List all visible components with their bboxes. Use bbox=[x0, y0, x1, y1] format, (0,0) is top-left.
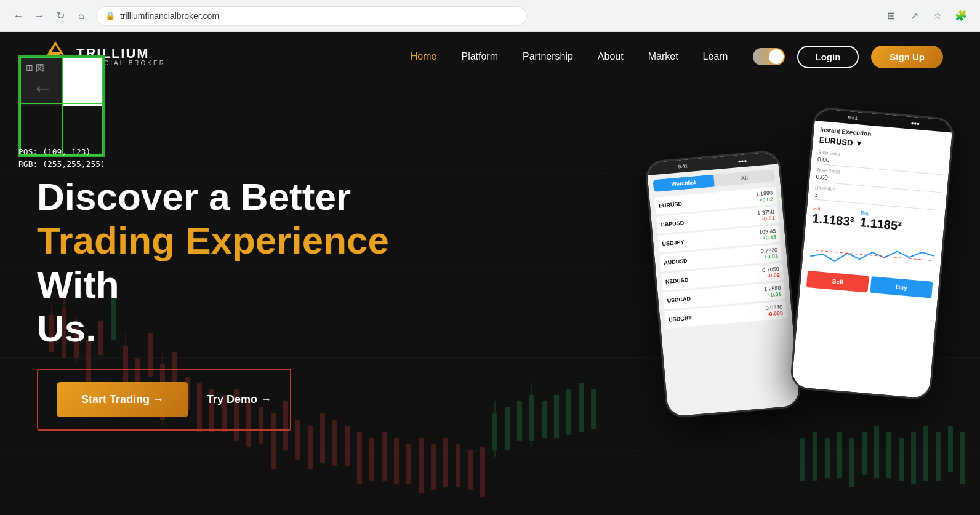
svg-rect-32 bbox=[369, 438, 374, 481]
translate-icon[interactable]: ⊞ bbox=[882, 7, 900, 25]
login-button[interactable]: Login bbox=[797, 46, 859, 68]
pair-prices: 109.45 +0.15 bbox=[759, 228, 777, 241]
share-icon[interactable]: ↗ bbox=[905, 7, 923, 25]
price-sell-block: Sell 1.1183³ bbox=[812, 206, 855, 229]
hero-buttons: Start Trading → Try Demo → bbox=[37, 369, 291, 431]
svg-rect-57 bbox=[800, 438, 805, 481]
forward-button[interactable]: → bbox=[31, 7, 48, 25]
pair-prices: 1.2580 +0.01 bbox=[764, 285, 782, 298]
nav-item-platform[interactable]: Platform bbox=[461, 51, 498, 62]
phone-signal: ●●● bbox=[737, 158, 747, 164]
position-info: POS: (109, 123) RGB: (255,255,255) bbox=[18, 146, 105, 170]
nav-link-market[interactable]: Market bbox=[648, 51, 678, 62]
nav-link-partnership[interactable]: Partnership bbox=[523, 51, 573, 62]
browser-nav-buttons: ← → ↻ ⌂ bbox=[10, 7, 90, 25]
pair-label: USDJPY bbox=[662, 239, 685, 247]
back-button[interactable]: ← bbox=[10, 7, 27, 25]
nav-link-platform[interactable]: Platform bbox=[461, 51, 498, 62]
nav-item-learn[interactable]: Learn bbox=[703, 51, 728, 62]
navbar: TRILLIUM FINANCIAL BROKER Home Platform … bbox=[0, 32, 980, 81]
hero-title-line3: Us. bbox=[37, 307, 96, 349]
bookmark-icon[interactable]: ☆ bbox=[928, 7, 947, 25]
theme-toggle[interactable] bbox=[753, 48, 785, 65]
arrow-icon: ← bbox=[32, 75, 54, 101]
color-picker-icon: ⊞ 図 bbox=[26, 63, 44, 74]
svg-rect-56 bbox=[591, 389, 596, 429]
svg-rect-68 bbox=[936, 432, 941, 481]
price-display-row: Sell 1.1183³ Buy 1.1185² bbox=[812, 206, 939, 236]
pair-change: +0.03 bbox=[761, 253, 778, 260]
svg-rect-33 bbox=[382, 432, 387, 481]
pair-label: EURUSD bbox=[659, 201, 683, 209]
svg-rect-69 bbox=[948, 426, 953, 472]
hero-section: Discover a Better Trading Experience Wit… bbox=[0, 81, 980, 512]
nav-link-about[interactable]: About bbox=[598, 51, 624, 62]
nav-item-home[interactable]: Home bbox=[411, 51, 437, 62]
home-button[interactable]: ⌂ bbox=[73, 7, 90, 25]
phone-left: 9:41 ●●● Watchlist All EURUSD 1.1880 + bbox=[645, 150, 802, 419]
pair-label: USDCHF bbox=[669, 315, 692, 323]
hero-title-rest: With bbox=[37, 263, 119, 306]
svg-rect-41 bbox=[480, 447, 485, 497]
pair-prices: 1.1880 +0.02 bbox=[755, 190, 773, 203]
reload-button[interactable]: ↻ bbox=[52, 7, 69, 25]
phone-right-signal: ●●● bbox=[910, 120, 920, 126]
nav-item-about[interactable]: About bbox=[598, 51, 624, 62]
pair-prices: 1.3750 -0.01 bbox=[757, 209, 775, 222]
nav-item-partnership[interactable]: Partnership bbox=[523, 51, 573, 62]
nav-links: Home Platform Partnership About Market L… bbox=[411, 51, 728, 62]
pair-change: +0.15 bbox=[759, 234, 776, 241]
price-buy-block: Buy 1.1185² bbox=[859, 210, 902, 233]
buy-price: 1.1185² bbox=[859, 215, 902, 233]
phone-right-screen: 9:41 ●●● Instant Execution EURUSD ▼ Stop… bbox=[792, 108, 954, 399]
pair-label: NZDUSD bbox=[665, 277, 688, 285]
svg-rect-63 bbox=[874, 426, 879, 478]
svg-rect-39 bbox=[456, 444, 460, 487]
phone-left-screen: 9:41 ●●● Watchlist All EURUSD 1.1880 + bbox=[646, 151, 800, 417]
buy-button[interactable]: Buy bbox=[870, 276, 933, 298]
signup-button[interactable]: Sign Up bbox=[871, 46, 943, 68]
svg-rect-59 bbox=[825, 438, 830, 478]
phone-right: 9:41 ●●● Instant Execution EURUSD ▼ Stop… bbox=[789, 106, 955, 401]
color-picker-overlay: ⊞ 図 ← bbox=[18, 55, 105, 157]
svg-rect-54 bbox=[566, 389, 571, 435]
browser-chrome: ← → ↻ ⌂ 🔒 trilliumfinancialbroker.com ⊞ … bbox=[0, 0, 980, 32]
phone-right-time: 9:41 bbox=[848, 114, 857, 121]
svg-rect-64 bbox=[886, 432, 891, 478]
color-light-half bbox=[62, 57, 103, 106]
svg-rect-38 bbox=[443, 438, 448, 487]
crosshair-v bbox=[62, 57, 63, 156]
svg-rect-40 bbox=[468, 450, 473, 490]
svg-rect-35 bbox=[406, 444, 411, 484]
pair-label: USDCAD bbox=[667, 296, 691, 304]
svg-rect-49 bbox=[505, 407, 510, 450]
url-text: trilliumfinancialbroker.com bbox=[120, 11, 219, 21]
pair-change: +0.02 bbox=[756, 196, 773, 203]
svg-rect-58 bbox=[813, 432, 817, 481]
toggle-knob bbox=[769, 49, 784, 64]
start-trading-button[interactable]: Start Trading → bbox=[57, 382, 188, 417]
phone-tab-watchlist[interactable]: Watchlist bbox=[653, 175, 714, 193]
svg-rect-27 bbox=[308, 426, 313, 469]
pos-text: POS: (109, 123) bbox=[18, 146, 105, 158]
svg-rect-36 bbox=[419, 438, 424, 493]
hero-content: Discover a Better Trading Experience Wit… bbox=[37, 175, 468, 431]
pair-prices: 0.7050 -0.02 bbox=[762, 266, 780, 279]
svg-rect-61 bbox=[849, 438, 854, 487]
hero-title-line1: Discover a Better bbox=[37, 175, 351, 218]
phones-container: 9:41 ●●● Watchlist All EURUSD 1.1880 + bbox=[654, 112, 943, 395]
pair-change: +0.01 bbox=[764, 291, 781, 298]
svg-rect-70 bbox=[960, 432, 965, 484]
address-bar[interactable]: 🔒 trilliumfinancialbroker.com bbox=[96, 6, 527, 26]
pair-prices: 0.9240 -0.005 bbox=[765, 304, 783, 317]
svg-rect-52 bbox=[542, 401, 547, 438]
try-demo-button[interactable]: Try Demo → bbox=[207, 393, 271, 406]
extensions-icon[interactable]: 🧩 bbox=[952, 7, 970, 25]
nav-item-market[interactable]: Market bbox=[648, 51, 678, 62]
hero-title: Discover a Better Trading Experience Wit… bbox=[37, 175, 468, 350]
nav-link-home[interactable]: Home bbox=[411, 51, 437, 62]
phone-tab-all[interactable]: All bbox=[713, 169, 775, 187]
sell-button[interactable]: Sell bbox=[806, 271, 869, 293]
nav-link-learn[interactable]: Learn bbox=[703, 51, 728, 62]
phone-time: 9:41 bbox=[678, 163, 688, 169]
